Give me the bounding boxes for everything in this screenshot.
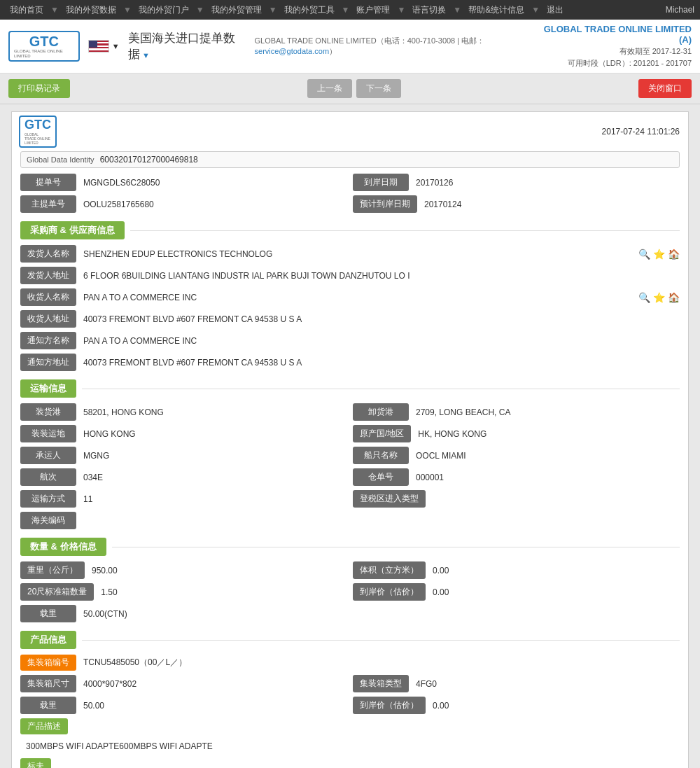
shipper-addr-row: 发货人地址 6 FLOOR 6BUILDING LIANTANG INDUSTR…: [20, 267, 680, 284]
global-data-row: Global Data Identity 6003201701270004698…: [20, 151, 680, 168]
nav-trade-portal[interactable]: 我的外贸门户: [134, 0, 193, 20]
transport-mode-col: 运输方式 11: [20, 490, 347, 508]
bill-row: 提单号 MGNGDLS6C28050 到岸日期 20170126: [20, 174, 680, 191]
customs-zone-value: [430, 498, 680, 501]
quantity-value: 50.00(CTN): [80, 608, 680, 620]
loading-place-col: 装装运地 HONG KONG: [20, 425, 347, 442]
nav-account[interactable]: 账户管理: [352, 0, 394, 20]
nav-trade-data[interactable]: 我的外贸数据: [62, 0, 120, 20]
consignee-star-icon[interactable]: ⭐: [653, 292, 665, 303]
volume-col: 体积（立方米） 0.00: [353, 561, 680, 579]
loading-port-col: 装货港 58201, HONG KONG: [20, 403, 347, 421]
close-button-top[interactable]: 关闭窗口: [638, 79, 692, 98]
transport-customs-row: 运输方式 11 登税区进入类型: [20, 490, 680, 508]
arrival-price-value: 0.00: [430, 586, 680, 599]
origin-value: HK, HONG KONG: [415, 428, 680, 440]
product-desc-label: 产品描述: [20, 718, 68, 734]
customs-code-row: 海关编码: [20, 512, 680, 529]
volume-label: 体积（立方米）: [353, 561, 426, 579]
consignee-addr-value: 40073 FREMONT BLVD #607 FREMONT CA 94538…: [80, 313, 680, 326]
consignee-addr-row: 收货人地址 40073 FREMONT BLVD #607 FREMONT CA…: [20, 310, 680, 328]
nav-links: 我的首页 ▼ 我的外贸数据 ▼ 我的外贸门户 ▼ 我的外贸管理 ▼ 我的外贸工具…: [6, 0, 568, 20]
container-no-row: 集装箱编号 TCNU5485050（00／L／）: [20, 655, 680, 671]
customs-zone-label: 登税区进入类型: [353, 490, 426, 508]
bill-number-col: 提单号 MGNGDLS6C28050: [20, 174, 347, 191]
origin-col: 原产国/地区 HK, HONG KONG: [353, 425, 680, 442]
header-left: GTC GLOBAL TRADE ONLINE LIMITED ▼ 美国海关进口…: [8, 30, 541, 62]
master-bill-row: 主提单号 OOLU2581765680 预计到岸日期 20170124: [20, 195, 680, 213]
container20-value: 1.50: [98, 586, 347, 599]
container20-col: 20尺标准箱数量 1.50: [20, 583, 347, 601]
nav-language[interactable]: 语言切换: [408, 0, 450, 20]
consignee-name-value: PAN A TO A COMMERCE INC: [80, 291, 636, 304]
title-dropdown[interactable]: ▼: [142, 51, 150, 60]
port-row: 装货港 58201, HONG KONG 卸货港 2709, LONG BEAC…: [20, 403, 680, 421]
vessel-label: 船只名称: [353, 447, 409, 464]
customs-code-value: [80, 519, 680, 522]
master-bill-value: OOLU2581765680: [80, 198, 347, 211]
home-icon[interactable]: 🏠: [668, 249, 680, 260]
print-button-top[interactable]: 打印易记录: [8, 79, 70, 98]
consignee-name-row: 收货人名称 PAN A TO A COMMERCE INC 🔍 ⭐ 🏠: [20, 288, 680, 306]
user-name: Michael: [666, 5, 694, 15]
valid-until: 有效期至 2017-12-31: [541, 46, 692, 57]
header-contact: GLOBAL TRADE ONLINE LIMITED（电话：400-710-3…: [255, 36, 541, 57]
qty-price-title: 数量 & 价格信息: [20, 538, 106, 556]
weight-volume-row: 重里（公斤） 950.00 体积（立方米） 0.00: [20, 561, 680, 579]
star-icon[interactable]: ⭐: [653, 249, 665, 260]
arrival-date-label: 到岸日期: [353, 174, 409, 191]
customs-code-label: 海关编码: [20, 512, 76, 529]
flag-dropdown[interactable]: ▼: [112, 42, 120, 50]
discharge-port-col: 卸货港 2709, LONG BEACH, CA: [353, 403, 680, 421]
consignee-addr-label: 收货人地址: [20, 310, 76, 328]
customs-zone-col: 登税区进入类型: [353, 490, 680, 508]
us-flag: [88, 40, 109, 53]
product-desc-value: 300MBPS WIFI ADAPTE600MBPS WIFI ADAPTE: [20, 739, 680, 754]
discharge-port-value: 2709, LONG BEACH, CA: [413, 406, 680, 419]
transport-mode-label: 运输方式: [20, 490, 76, 508]
marks-label: 标夫: [20, 758, 51, 768]
shipper-addr-label: 发货人地址: [20, 267, 76, 284]
master-bill-col: 主提单号 OOLU2581765680: [20, 195, 347, 213]
arrival-price-label: 到岸价（估价）: [353, 583, 426, 601]
nav-trade-tools[interactable]: 我的外贸工具: [280, 0, 339, 20]
container-size-value: 4000*907*802: [80, 678, 347, 690]
product-desc-row: 产品描述: [20, 718, 680, 734]
nav-trade-mgmt[interactable]: 我的外贸管理: [207, 0, 266, 20]
container-no-value: TCNU5485050（00／L／）: [80, 655, 680, 670]
carrier-vessel-row: 承运人 MGNG 船只名称 OOCL MIAMI: [20, 447, 680, 464]
product-qty-label: 载里: [20, 697, 76, 714]
buyer-supplier-header: 采购商 & 供应商信息: [20, 221, 680, 239]
voyage-manifest-row: 航次 034E 仓单号 000001: [20, 468, 680, 486]
arrival-price-col: 到岸价（估价） 0.00: [353, 583, 680, 601]
next-button-top[interactable]: 下一条: [356, 79, 401, 98]
shipper-name-label: 发货人名称: [20, 245, 76, 263]
weight-col: 重里（公斤） 950.00: [20, 561, 347, 579]
shipper-name-value: SHENZHEN EDUP ELECTRONICS TECHNOLOG: [80, 248, 636, 260]
arrival-date-col: 到岸日期 20170126: [353, 174, 680, 191]
expected-arrival-label: 预计到岸日期: [353, 195, 417, 213]
shipper-addr-value: 6 FLOOR 6BUILDING LIANTANG INDUSTR IAL P…: [80, 270, 680, 282]
search-icon[interactable]: 🔍: [638, 249, 650, 260]
transport-mode-value: 11: [80, 493, 347, 505]
expected-arrival-value: 20170124: [421, 198, 680, 211]
notify-addr-value: 40073 FREMONT BLVD #607 FREMONT CA 94538…: [80, 356, 680, 369]
quantity-label: 载里: [20, 605, 76, 622]
container20-label: 20尺标准箱数量: [20, 583, 94, 601]
container-type-value: 4FG0: [413, 678, 680, 690]
flag-selector[interactable]: ▼: [88, 40, 120, 53]
gtc-content-logo: GTC GLOBAL TRADE ONLINE LIMITED: [20, 120, 55, 143]
consignee-home-icon[interactable]: 🏠: [668, 292, 680, 303]
nav-home[interactable]: 我的首页: [6, 0, 48, 20]
container-no-label: 集装箱编号: [20, 655, 76, 671]
volume-value: 0.00: [430, 564, 680, 577]
voyage-label: 航次: [20, 468, 76, 486]
nav-help[interactable]: 帮助&统计信息: [464, 0, 528, 20]
transport-title: 运输信息: [20, 379, 76, 398]
navigation-buttons-top: 上一条 下一条: [307, 79, 401, 98]
container-arrival-row: 20尺标准箱数量 1.50 到岸价（估价） 0.00: [20, 583, 680, 601]
prev-button-top[interactable]: 上一条: [307, 79, 352, 98]
carrier-label: 承运人: [20, 447, 76, 464]
consignee-search-icon[interactable]: 🔍: [638, 292, 650, 303]
nav-logout[interactable]: 退出: [542, 0, 568, 20]
